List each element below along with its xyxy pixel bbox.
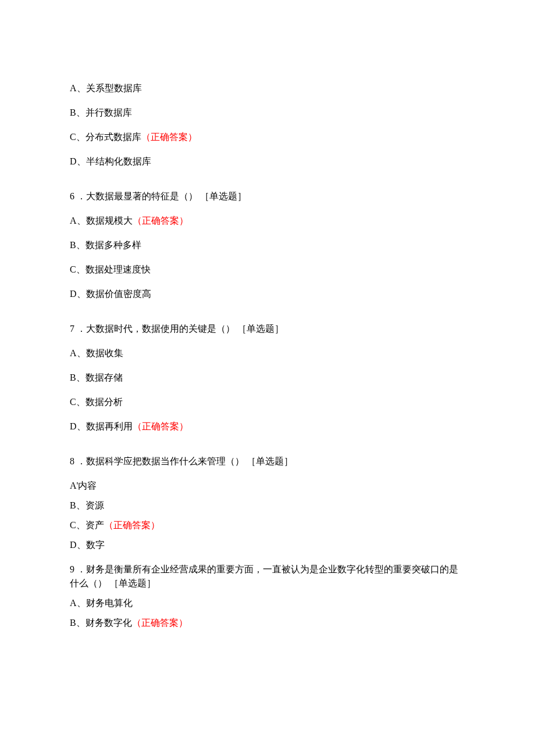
q5-option-c: C、分布式数据库（正确答案） <box>70 130 465 144</box>
correct-answer-label: （正确答案） <box>132 618 188 628</box>
q6-option-b: B、数据多种多样 <box>70 238 465 252</box>
q6-option-c: C、数据处理速度快 <box>70 263 465 277</box>
q7-option-c: C、数据分析 <box>70 395 465 409</box>
q7-option-d-text: D、数据再利用 <box>70 421 133 431</box>
correct-answer-label: （正确答案） <box>141 132 197 142</box>
q7-stem: 7 ．大数据时代，数据使用的关键是（） ［单选题］ <box>70 322 465 336</box>
q8-option-b: B、资源 <box>70 499 465 513</box>
q6-option-a-text: A、数据规模大 <box>70 216 133 225</box>
q9-option-b: B、财务数字化（正确答案） <box>70 616 465 630</box>
q9-option-b-text: B、财务数字化 <box>70 618 132 628</box>
q6-option-d: D、数据价值密度高 <box>70 287 465 301</box>
q7-option-a: A、数据收集 <box>70 346 465 360</box>
q7-option-d: D、数据再利用（正确答案） <box>70 420 465 433</box>
q8-option-c: C、资产（正确答案） <box>70 518 465 532</box>
q9-stem: 9 ．财务是衡量所有企业经营成果的重要方面，一直被认为是企业数字化转型的重要突破… <box>70 562 465 590</box>
correct-answer-label: （正确答案） <box>104 520 160 530</box>
document-page: A、关系型数据库 B、并行数据库 C、分布式数据库（正确答案） D、半结构化数据… <box>0 0 535 694</box>
q5-option-c-text: C、分布式数据库 <box>70 132 141 142</box>
q7-option-b: B、数据存储 <box>70 371 465 385</box>
q5-option-b: B、并行数据库 <box>70 106 465 120</box>
q5-option-a: A、关系型数据库 <box>70 81 465 95</box>
q8-stem: 8 ．数据科学应把数据当作什么来管理（） ［单选题］ <box>70 454 465 468</box>
q8-option-c-text: C、资产 <box>70 520 104 530</box>
correct-answer-label: （正确答案） <box>133 216 188 225</box>
q5-option-d: D、半结构化数据库 <box>70 155 465 169</box>
q9-option-a: A、财务电算化 <box>70 596 465 610</box>
q8-option-d: D、数字 <box>70 538 465 552</box>
correct-answer-label: （正确答案） <box>133 421 188 431</box>
q8-option-a: A'内容 <box>70 479 465 493</box>
q6-stem: 6 ．大数据最显著的特征是（） ［单选题］ <box>70 189 465 203</box>
q6-option-a: A、数据规模大（正确答案） <box>70 214 465 228</box>
